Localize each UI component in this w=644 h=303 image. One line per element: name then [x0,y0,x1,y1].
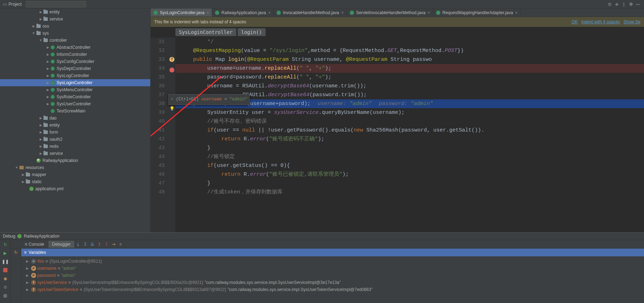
expand-arrow-icon[interactable] [39,17,42,21]
expand-arrow-icon[interactable] [46,74,50,77]
drop-frame-icon[interactable]: ⤴ [103,241,110,247]
hide-icon[interactable]: — [636,2,640,7]
expand-arrow-icon[interactable]: ▶ [26,260,30,263]
editor-tab[interactable]: ServletInvocableHandlerMethod.java× [347,8,433,17]
expand-arrow-icon[interactable] [32,31,35,35]
crumb-class[interactable]: SysLoginController [175,28,236,36]
tree-item-entity[interactable]: entity [0,122,150,129]
locate-icon[interactable]: ⊙ [607,2,612,7]
expand-arrow-icon[interactable]: ▶ [26,281,30,284]
tree-item-service[interactable]: service [0,16,150,23]
tree-item-sysrolecontroller[interactable]: SysRoleController [0,93,150,100]
code-editor[interactable]: 313233343536373839404142434445464748 @💡 … [151,37,644,232]
project-view-dropdown[interactable] [26,1,86,7]
collapse-icon[interactable]: ≑ [614,2,619,7]
expand-arrow-icon[interactable] [46,67,50,70]
tree-item-syslogincontroller[interactable]: SysLoginController [0,79,150,86]
tree-item-oss[interactable]: oss [0,23,150,30]
expand-arrow-icon[interactable] [39,116,42,120]
close-icon[interactable]: × [428,10,430,15]
variable-row[interactable]: ▶fsysUserTokenService = {SysUserTokenSer… [21,286,644,293]
tree-item-sysdeptcontroller[interactable]: SysDeptController [0,65,150,72]
expand-arrow-icon[interactable] [39,130,42,134]
variable-row[interactable]: ▶Pusername = "admin" [21,265,644,272]
gear-icon[interactable]: ⚙ [628,2,633,7]
expand-arrow-icon[interactable] [32,24,35,28]
gutter-annotation-icon[interactable]: @ [169,57,174,62]
expand-arrow-icon[interactable] [21,180,25,183]
expand-arrow-icon[interactable] [39,145,42,148]
editor-tab[interactable]: InvocableHandlerMethod.java× [274,8,347,17]
variable-row[interactable]: ▶fsysUserService = {SysUserServiceImpl$$… [21,279,644,286]
close-icon[interactable]: × [207,10,209,15]
tree-item-form[interactable]: form [0,129,150,136]
project-tree[interactable]: entityserviceosssyscontrollerAbstractCon… [0,8,151,232]
expand-arrow-icon[interactable]: ▶ [26,288,30,291]
step-over-icon[interactable]: ⭳ [75,241,81,247]
tree-item-application.yml[interactable]: application.yml [0,185,150,192]
variables-list[interactable]: ▶≡this = {SysLoginController@9511}▶Puser… [21,256,644,295]
expand-arrow-icon[interactable] [39,10,42,14]
tree-item-sysconfigcontroller[interactable]: SysConfigController [0,58,150,65]
banner-show-link[interactable]: Show Se [623,19,640,24]
intention-bulb-icon[interactable]: 💡 [169,105,174,110]
resume-icon[interactable]: ▶ [2,250,8,256]
close-icon[interactable]: × [515,10,518,15]
tree-item-sysusercontroller[interactable]: SysUserController [0,100,150,107]
tree-item-service[interactable]: service [0,150,150,157]
banner-indent-link[interactable]: Indent with 4 spaces [581,19,620,24]
expand-arrow-icon[interactable] [15,166,18,169]
run-to-cursor-icon[interactable]: ⇥ [110,241,117,247]
pause-icon[interactable]: ❚❚ [2,258,8,265]
tree-item-sys[interactable]: sys [0,30,150,37]
step-out-icon[interactable]: ↥ [96,241,103,247]
expand-arrow-icon[interactable] [46,46,50,49]
expand-arrow-icon[interactable] [46,88,50,92]
editor-tab[interactable]: SysLoginController.java× [151,8,212,17]
step-into-icon[interactable]: ↧ [82,241,88,247]
tree-item-dao[interactable]: dao [0,115,150,122]
tree-item-resources[interactable]: resources [0,164,150,171]
expand-arrow-icon[interactable] [39,152,42,155]
expand-arrow-icon[interactable] [39,123,42,127]
variable-row[interactable]: ▶Ppassword = "admin" [21,272,644,279]
banner-ok-link[interactable]: OK [572,19,578,24]
editor-tab[interactable]: RequestMappingHandlerAdapter.java× [433,8,521,17]
expand-arrow-icon[interactable] [46,60,50,63]
force-step-into-icon[interactable]: ⇊ [89,241,95,247]
expand-arrow-icon[interactable] [46,53,50,56]
code-lines[interactable]: */@RequestMapping(value = "/sys/login",m… [175,37,644,232]
evaluate-icon[interactable]: ≡ [117,241,124,247]
editor-tab[interactable]: RailwayApplication.java× [212,8,274,17]
variable-row[interactable]: ▶≡this = {SysLoginController@9511} [21,258,644,265]
expand-arrow-icon[interactable] [46,95,50,99]
view-breakpoints-icon[interactable]: ◉ [2,275,8,282]
expand-arrow-icon[interactable] [39,138,42,141]
crumb-method[interactable]: login() [238,28,266,36]
tree-item-sysmenucontroller[interactable]: SysMenuController [0,86,150,93]
close-icon[interactable]: × [341,10,344,15]
tree-item-entity[interactable]: entity [0,8,150,16]
error-icon[interactable] [169,68,174,72]
restore-layout-icon[interactable]: ↻ [13,250,18,255]
stop-button[interactable] [2,267,8,273]
expand-arrow-icon[interactable]: ▶ [26,274,30,277]
tree-item-railwayapplication[interactable]: RailwayApplication [0,157,150,164]
tree-item-abstractcontroller[interactable]: AbstractController [0,44,150,51]
expand-arrow-icon[interactable]: ▶ [26,267,30,270]
tree-item-informcontroller[interactable]: InformController [0,51,150,58]
tree-item-redis[interactable]: redis [0,143,150,150]
mute-breakpoints-icon[interactable]: ⊘ [2,284,8,290]
expand-arrow-icon[interactable] [21,173,25,176]
tree-item-syslogcontroller[interactable]: SysLogController [0,72,150,79]
layout-icon[interactable]: ▦ [2,292,8,299]
tree-item-testscrewmain[interactable]: TestScrewMain [0,107,150,115]
tab-console[interactable]: ≡Console [21,241,48,248]
expand-arrow-icon[interactable] [46,102,50,106]
tree-item-static[interactable]: static [0,178,150,185]
tree-item-mapper[interactable]: mapper [0,171,150,178]
rerun-icon[interactable]: ↻ [2,241,8,248]
tab-debugger[interactable]: Debugger [48,241,74,248]
close-icon[interactable]: × [268,10,271,15]
tree-item-oauth2[interactable]: oauth2 [0,136,150,143]
